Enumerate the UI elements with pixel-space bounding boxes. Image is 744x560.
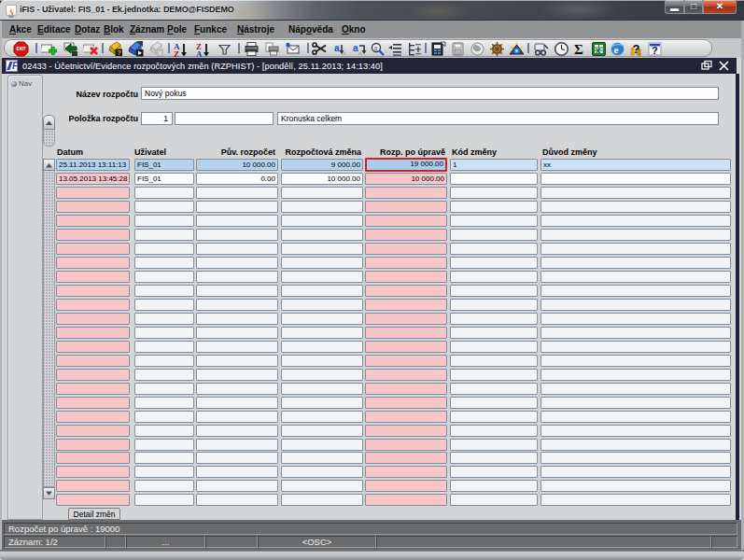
svg-text:x: x [159,49,162,56]
svg-text:Σ: Σ [574,42,583,57]
svg-text:X: X [596,47,601,55]
svg-text:?: ? [652,45,658,56]
svg-text:a: a [343,50,346,56]
svg-text:a: a [334,43,340,53]
svg-text:Z: Z [174,49,179,58]
svg-text:a: a [374,45,378,51]
svg-text:?: ? [118,49,121,56]
svg-text:A: A [196,49,203,58]
svg-text:?: ? [633,42,640,56]
svg-text:a: a [358,50,362,56]
svg-text:EXIT: EXIT [16,47,25,51]
